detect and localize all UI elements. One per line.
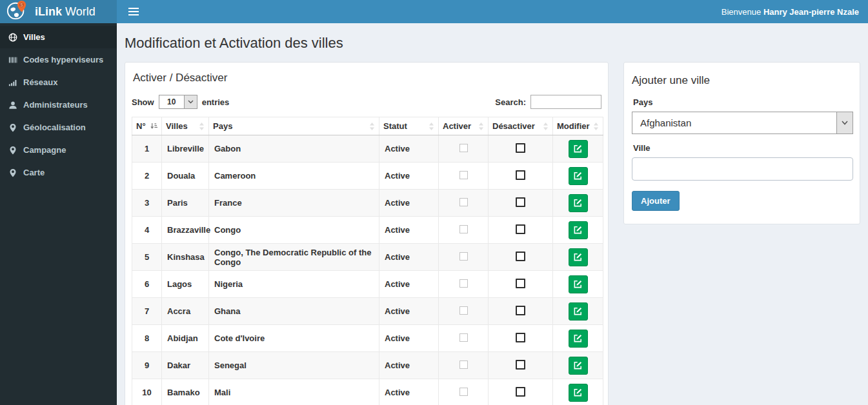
- edit-button[interactable]: [569, 140, 588, 158]
- sidebar-toggle-button[interactable]: [126, 5, 141, 18]
- sidebar-item-villes[interactable]: Villes: [0, 26, 117, 48]
- map-marker-icon: [8, 123, 17, 132]
- activer-checkbox: [459, 306, 468, 315]
- sort-icon: [593, 123, 599, 130]
- activer-checkbox: [459, 198, 468, 206]
- column-header-activer[interactable]: Activer: [439, 117, 489, 135]
- sidebar-item-administrateurs[interactable]: Administrateurs: [0, 94, 117, 116]
- cell-pays: Cameroon: [209, 163, 379, 190]
- search-label: Search:: [495, 97, 526, 107]
- cell-num: 3: [132, 190, 162, 217]
- edit-button[interactable]: [569, 248, 588, 266]
- table-row: 8 Abidjan Cote d'Ivoire Active: [132, 325, 603, 352]
- sidebar-item-reseaux[interactable]: Réseaux: [0, 71, 117, 94]
- cell-num: 5: [132, 244, 162, 271]
- edit-button[interactable]: [569, 357, 588, 375]
- table-row: 2 Douala Cameroon Active: [132, 163, 603, 190]
- entries-length-select[interactable]: 10: [159, 95, 197, 109]
- cities-panel: Activer / Désactiver Show 10 entries Sea…: [125, 62, 609, 405]
- edit-button[interactable]: [569, 221, 588, 239]
- sort-asc-icon: [150, 123, 157, 130]
- sort-icon: [199, 123, 205, 130]
- activer-checkbox: [459, 225, 468, 233]
- edit-pencil-icon: [573, 171, 583, 181]
- main-content: Modification et Activation des villes Ac…: [117, 23, 868, 405]
- edit-pencil-icon: [573, 388, 583, 397]
- cell-statut: Active: [379, 298, 439, 325]
- cell-ville: Lagos: [162, 271, 209, 298]
- edit-pencil-icon: [573, 361, 583, 370]
- cell-num: 10: [132, 379, 162, 405]
- ajouter-button[interactable]: Ajouter: [632, 191, 680, 211]
- column-header-modifier[interactable]: Modifier: [553, 117, 603, 135]
- sidebar: Villes Codes hyperviseurs Réseaux Admini…: [0, 23, 117, 405]
- desactiver-checkbox[interactable]: [516, 252, 525, 261]
- column-header-statut[interactable]: Statut: [379, 117, 439, 135]
- cell-statut: Active: [379, 217, 439, 244]
- table-row: 1 Libreville Gabon Active: [132, 135, 603, 163]
- edit-pencil-icon: [573, 252, 583, 262]
- desactiver-checkbox[interactable]: [516, 143, 525, 153]
- cities-panel-title: Activer / Désactiver: [133, 72, 601, 84]
- pays-select[interactable]: Afghanistan: [632, 112, 853, 134]
- column-header-villes[interactable]: Villes: [162, 117, 209, 135]
- cell-num: 4: [132, 217, 162, 244]
- activer-checkbox: [459, 388, 468, 396]
- search-control: Search:: [495, 95, 601, 109]
- cell-statut: Active: [379, 244, 439, 271]
- edit-button[interactable]: [569, 302, 588, 321]
- desactiver-checkbox[interactable]: [516, 197, 525, 207]
- table-row: 9 Dakar Senegal Active: [132, 352, 603, 379]
- sidebar-item-carte[interactable]: Carte: [0, 161, 117, 184]
- cell-ville: Dakar: [162, 352, 209, 379]
- edit-pencil-icon: [573, 225, 583, 235]
- add-city-panel-title: Ajouter une ville: [632, 74, 852, 87]
- page-title: Modification et Activation des villes: [125, 35, 860, 52]
- cell-num: 9: [132, 352, 162, 379]
- ville-input[interactable]: [632, 157, 853, 181]
- sidebar-item-campagne[interactable]: Campagne: [0, 139, 117, 161]
- edit-button[interactable]: [569, 330, 588, 348]
- navbar: Bienvenue Hanry Jean-pierre Nzale: [117, 0, 868, 23]
- cell-pays: France: [209, 190, 379, 217]
- column-header-pays[interactable]: Pays: [209, 117, 379, 135]
- desactiver-checkbox[interactable]: [516, 360, 525, 370]
- cell-statut: Active: [379, 271, 439, 298]
- desactiver-checkbox[interactable]: [516, 170, 525, 180]
- desactiver-checkbox[interactable]: [516, 224, 525, 234]
- desactiver-checkbox[interactable]: [516, 333, 525, 342]
- table-row: 5 Kinshasa Congo, The Democratic Republi…: [132, 244, 603, 271]
- desactiver-checkbox[interactable]: [516, 387, 525, 397]
- desactiver-checkbox[interactable]: [516, 306, 525, 315]
- cell-pays: Cote d'Ivoire: [209, 325, 379, 352]
- cell-pays: Nigeria: [209, 271, 379, 298]
- cell-num: 1: [132, 135, 162, 163]
- search-input[interactable]: [530, 95, 601, 109]
- column-header-num[interactable]: N°: [132, 117, 162, 135]
- welcome-text: Bienvenue Hanry Jean-pierre Nzale: [722, 7, 859, 17]
- table-row: 3 Paris France Active: [132, 190, 603, 217]
- sort-icon: [429, 123, 434, 130]
- cell-ville: Douala: [162, 163, 209, 190]
- globe-icon: [8, 33, 17, 42]
- sort-icon: [369, 123, 375, 130]
- column-header-desactiver[interactable]: Désactiver: [489, 117, 553, 135]
- edit-button[interactable]: [569, 384, 588, 402]
- desactiver-checkbox[interactable]: [516, 279, 525, 288]
- sidebar-item-geolocalisation[interactable]: Géolocalisation: [0, 116, 117, 139]
- edit-button[interactable]: [569, 194, 588, 212]
- edit-button[interactable]: [569, 275, 588, 293]
- map-marker-icon: [8, 168, 17, 177]
- edit-button[interactable]: [569, 167, 588, 185]
- activer-checkbox: [459, 144, 468, 152]
- user-icon: [8, 101, 17, 110]
- sidebar-item-codes-hyperviseurs[interactable]: Codes hyperviseurs: [0, 48, 117, 71]
- cell-pays: Senegal: [209, 352, 379, 379]
- cities-table: N° Villes Pays Statut Activer Désactiver…: [132, 117, 603, 405]
- table-row: 6 Lagos Nigeria Active: [132, 271, 603, 298]
- cell-pays: Congo, The Democratic Republic of the Co…: [209, 244, 379, 271]
- brand[interactable]: S iLink World: [0, 0, 117, 23]
- brand-title: iLink World: [35, 5, 96, 19]
- activer-checkbox: [459, 361, 468, 369]
- sidebar-item-label: Réseaux: [23, 77, 57, 87]
